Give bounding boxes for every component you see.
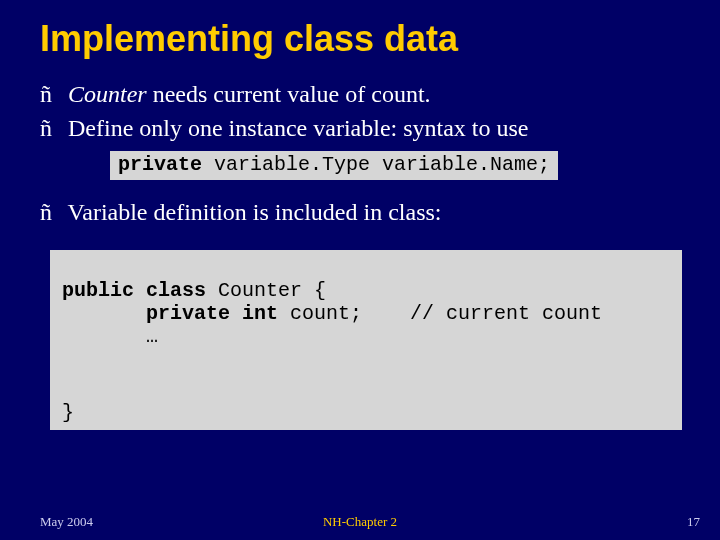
slide: Implementing class data ñ Counter needs … [0,0,720,540]
syntax-codebox: private variable.Type variable.Name; [110,151,558,180]
code-text: … [62,325,158,348]
arrow-icon: ñ [40,112,62,144]
bullet-item: ñ Variable definition is included in cla… [40,196,680,228]
code-keyword: private int [146,302,278,325]
code-keyword: private [118,153,202,176]
arrow-icon: ñ [40,196,62,228]
footer-page-number: 17 [687,514,700,530]
code-indent [62,302,146,325]
arrow-icon: ñ [40,78,62,110]
code-close-brace: } [62,401,74,424]
footer-chapter: NH-Chapter 2 [0,514,720,530]
bullet-item: ñ Define only one instance variable: syn… [40,112,680,144]
slide-title: Implementing class data [40,18,680,60]
code-body: variable.Type variable.Name; [202,153,550,176]
bullet-text: Define only one instance variable: synta… [62,115,529,141]
bullet-italic-lead: Counter [68,81,147,107]
bullet-text: needs current value of count. [147,81,431,107]
bullet-text: Variable definition is included in class… [62,199,441,225]
bullet-list: ñ Counter needs current value of count. … [40,78,680,145]
bullet-item: ñ Counter needs current value of count. [40,78,680,110]
code-text: Counter { [206,279,326,302]
bullet-list: ñ Variable definition is included in cla… [40,196,680,228]
code-keyword: public class [62,279,206,302]
code-text: count; // current count [278,302,602,325]
class-codebox: public class Counter { private int count… [50,250,682,430]
